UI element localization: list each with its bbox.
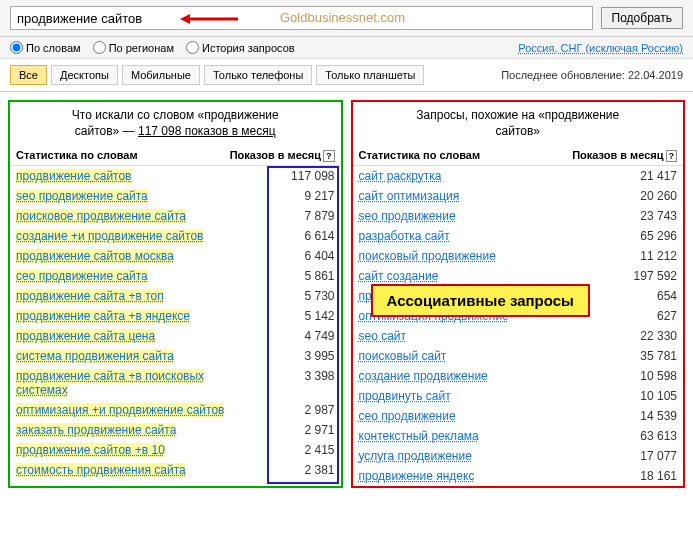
keyword-cell: seo продвижение сайта [16, 189, 235, 203]
table-row: разработка сайт65 296 [353, 226, 684, 246]
help-icon[interactable]: ? [323, 150, 335, 162]
count-cell: 65 296 [577, 229, 677, 243]
table-row: поисковый сайт35 781 [353, 346, 684, 366]
keyword-link[interactable]: продвижение сайтов москва [16, 249, 174, 263]
keyword-link[interactable]: seo продвижение сайта [16, 189, 148, 203]
count-cell: 20 260 [577, 189, 677, 203]
table-row: продвижение сайтов +в 102 415 [10, 440, 341, 460]
count-cell: 627 [577, 309, 677, 323]
table-row: seo сайт22 330 [353, 326, 684, 346]
assoc-badge: Ассоциативные запросы [371, 284, 590, 317]
count-cell: 2 415 [235, 443, 335, 457]
keyword-link[interactable]: создание продвижение [359, 369, 488, 383]
keyword-cell: сайт раскрутка [359, 169, 578, 183]
keyword-link[interactable]: оптимизация +и продвижение сайтов [16, 403, 224, 417]
radio-by-words-input[interactable] [10, 41, 23, 54]
th-count: Показов в месяц? [569, 149, 677, 161]
keyword-link[interactable]: сайт оптимизация [359, 189, 460, 203]
keyword-link[interactable]: продвижение сайта +в топ [16, 289, 164, 303]
keyword-cell: заказать продвижение сайта [16, 423, 235, 437]
keyword-cell: сайт создание [359, 269, 578, 283]
radio-history-input[interactable] [186, 41, 199, 54]
keyword-link[interactable]: продвижение сайта +в яндексе [16, 309, 190, 323]
keyword-link[interactable]: поисковое продвижение сайта [16, 209, 186, 223]
tab-desktops[interactable]: Десктопы [51, 65, 118, 85]
table-row: продвижение сайтов117 098 [10, 166, 341, 186]
left-column: Что искали со словом «продвижение сайтов… [8, 100, 343, 488]
keyword-link[interactable]: продвижение сайта +в поисковых системах [16, 369, 204, 397]
keyword-link[interactable]: продвинуть сайт [359, 389, 451, 403]
count-cell: 7 879 [235, 209, 335, 223]
table-row: оптимизация +и продвижение сайтов2 987 [10, 400, 341, 420]
right-column: Запросы, похожие на «продвижение сайтов»… [351, 100, 686, 488]
keyword-link[interactable]: система продвижения сайта [16, 349, 174, 363]
keyword-cell: сео продвижение сайта [16, 269, 235, 283]
keyword-cell: seo продвижение [359, 209, 578, 223]
count-cell: 3 398 [235, 369, 335, 383]
keyword-link[interactable]: контекстный реклама [359, 429, 479, 443]
table-row: система продвижения сайта3 995 [10, 346, 341, 366]
radio-by-regions[interactable]: По регионам [93, 41, 174, 54]
keyword-link[interactable]: услуга продвижение [359, 449, 472, 463]
keyword-link[interactable]: разработка сайт [359, 229, 450, 243]
keyword-link[interactable]: seo сайт [359, 329, 407, 343]
table-row: создание +и продвижение сайтов6 614 [10, 226, 341, 246]
count-cell: 14 539 [577, 409, 677, 423]
keyword-link[interactable]: поисковый продвижение [359, 249, 496, 263]
table-row: seo продвижение23 743 [353, 206, 684, 226]
tab-tablets[interactable]: Только планшеты [316, 65, 424, 85]
keyword-cell: оптимизация +и продвижение сайтов [16, 403, 235, 417]
keyword-cell: разработка сайт [359, 229, 578, 243]
keyword-link[interactable]: seo продвижение [359, 209, 456, 223]
keyword-link[interactable]: стоимость продвижения сайта [16, 463, 186, 477]
keyword-link[interactable]: сео продвижение [359, 409, 456, 423]
keyword-link[interactable]: заказать продвижение сайта [16, 423, 176, 437]
keyword-cell: система продвижения сайта [16, 349, 235, 363]
table-row: продвижение яндекс18 161 [353, 466, 684, 486]
tab-phones[interactable]: Только телефоны [204, 65, 312, 85]
right-header: Запросы, похожие на «продвижение сайтов» [353, 102, 684, 145]
count-cell: 23 743 [577, 209, 677, 223]
count-cell: 4 749 [235, 329, 335, 343]
radio-group: По словам По регионам История запросов [10, 41, 295, 54]
count-cell: 63 613 [577, 429, 677, 443]
table-row: поисковое продвижение сайта7 879 [10, 206, 341, 226]
search-input[interactable] [10, 6, 593, 30]
region-link[interactable]: Россия, СНГ (исключая Россию) [518, 42, 683, 54]
table-row: продвижение сайта +в топ5 730 [10, 286, 341, 306]
count-cell: 2 987 [235, 403, 335, 417]
radio-by-words[interactable]: По словам [10, 41, 81, 54]
columns: Что искали со словом «продвижение сайтов… [0, 92, 693, 496]
pick-button[interactable]: Подобрать [601, 7, 683, 29]
count-cell: 18 161 [577, 469, 677, 483]
keyword-link[interactable]: продвижение сайтов [16, 169, 132, 183]
radio-history[interactable]: История запросов [186, 41, 295, 54]
keyword-cell: поисковый сайт [359, 349, 578, 363]
tab-all[interactable]: Все [10, 65, 47, 85]
keyword-cell: сайт оптимизация [359, 189, 578, 203]
count-cell: 2 381 [235, 463, 335, 477]
keyword-link[interactable]: продвижение яндекс [359, 469, 475, 483]
keyword-link[interactable]: сайт создание [359, 269, 439, 283]
count-cell: 5 861 [235, 269, 335, 283]
tab-mobiles[interactable]: Мобильные [122, 65, 200, 85]
keyword-link[interactable]: создание +и продвижение сайтов [16, 229, 203, 243]
left-count: 117 098 показов в месяц [138, 124, 276, 138]
keyword-link[interactable]: сайт раскрутка [359, 169, 442, 183]
count-cell: 10 598 [577, 369, 677, 383]
keyword-link[interactable]: сео продвижение сайта [16, 269, 148, 283]
count-cell: 9 217 [235, 189, 335, 203]
keyword-link[interactable]: поисковый сайт [359, 349, 447, 363]
keyword-link[interactable]: продвижение сайта цена [16, 329, 155, 343]
radio-by-regions-input[interactable] [93, 41, 106, 54]
count-cell: 2 971 [235, 423, 335, 437]
keyword-cell: продвижение яндекс [359, 469, 578, 483]
keyword-cell: создание продвижение [359, 369, 578, 383]
left-title-1: Что искали со словом «продвижение [72, 108, 279, 122]
keyword-link[interactable]: продвижение сайтов +в 10 [16, 443, 165, 457]
table-row: создание продвижение10 598 [353, 366, 684, 386]
table-row: стоимость продвижения сайта2 381 [10, 460, 341, 480]
help-icon[interactable]: ? [666, 150, 678, 162]
th-words: Статистика по словам [359, 149, 570, 161]
left-header: Что искали со словом «продвижение сайтов… [10, 102, 341, 145]
